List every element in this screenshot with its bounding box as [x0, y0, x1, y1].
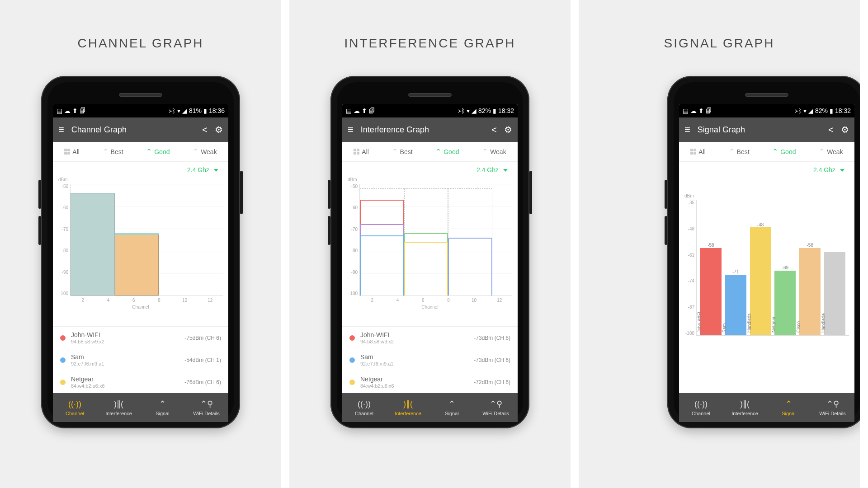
filter-all[interactable]: All [64, 148, 80, 155]
channel-icon: ((·)) [68, 399, 81, 409]
share-icon[interactable]: < [491, 125, 497, 135]
filter-weak[interactable]: ⌃Weak [819, 148, 843, 155]
list-item[interactable]: Netgear84:w4:b2:u6:x6 -72dBm (CH 6) [342, 371, 518, 393]
appbar-title: Interference Graph [361, 125, 484, 135]
nav-interference[interactable]: )‖(Interference [97, 393, 141, 422]
wifi-details-icon: ⌃⚲ [826, 399, 839, 409]
signal-icon: ⌃ [785, 399, 792, 409]
phone-speaker [745, 93, 788, 97]
nav-signal[interactable]: ⌃Signal [767, 393, 811, 422]
color-dot [60, 335, 66, 341]
bottom-nav: ((·))Channel )‖(Interference ⌃Signal ⌃⚲W… [53, 393, 228, 422]
wifi-icon: ▾ [803, 107, 807, 114]
list-item[interactable]: John-WIFI94:b8:s8:w9:x2 -73dBm (CH 6) [342, 327, 518, 349]
phone-speaker [119, 93, 162, 97]
nav-wifidetails[interactable]: ⌃⚲WiFi Details [184, 393, 228, 422]
filter-good[interactable]: ⌃Good [772, 148, 796, 155]
x-axis-ticks: 24681012 [348, 298, 512, 303]
filter-good[interactable]: ⌃Good [435, 148, 459, 155]
list-item[interactable]: Sam92:e7:f6:m9:a1 -73dBm (CH 6) [342, 349, 518, 371]
nav-interference[interactable]: )‖(Interference [723, 393, 767, 422]
y-axis-title: dBm [684, 193, 849, 198]
band-selector[interactable]: 2.4 Ghz [53, 162, 228, 175]
network-list: John-WIFI94:b8:s8:w9:x2 -73dBm (CH 6) Sa… [342, 326, 518, 393]
signal-icon: ⌃ [448, 399, 455, 409]
bluetooth-icon: ᚛ᛒ [795, 107, 802, 114]
wifi-details-icon: ⌃⚲ [200, 399, 213, 409]
nav-wifidetails[interactable]: ⌃⚲WiFi Details [811, 393, 854, 422]
bar-value-label: -58 [807, 243, 813, 248]
phone-power-button [529, 171, 532, 214]
nav-interference[interactable]: )‖(Interference [386, 393, 430, 422]
signal-bar: -58 Cisco [799, 200, 821, 335]
bar-category-label: Sam [722, 323, 727, 333]
settings-icon[interactable]: ⚙ [504, 124, 512, 135]
android-statusbar: ▤ ☁ ⬆ 🗐 ᚛ᛒ ▾ ◢ 82% ▮ 18:32 [342, 104, 518, 117]
filter-all[interactable]: All [354, 148, 369, 155]
panel-title: CHANNEL GRAPH [77, 36, 203, 51]
app-bar: ≡ Channel Graph < ⚙ [53, 117, 228, 142]
battery-icon: ▮ [203, 107, 207, 114]
plot-area [70, 184, 223, 296]
band-selector[interactable]: 2.4 Ghz [342, 162, 518, 175]
settings-icon[interactable]: ⚙ [215, 124, 223, 135]
list-item[interactable]: John-WIFI94:b8:s8:w9:x2 -75dBm (CH 6) [53, 327, 228, 349]
filter-best[interactable]: ⌃Best [103, 148, 123, 155]
android-statusbar: ▤ ☁ ⬆ 🗐 ᚛ᛒ ▾ ◢ 82% ▮ 18:32 [679, 104, 854, 117]
menu-icon[interactable]: ≡ [58, 124, 64, 136]
filter-weak[interactable]: ⌃Weak [482, 148, 506, 155]
nav-channel[interactable]: ((·))Channel [679, 393, 723, 422]
phone-vol-up [38, 180, 41, 209]
color-dot [60, 380, 66, 385]
filter-weak[interactable]: ⌃Weak [193, 148, 217, 155]
filter-best[interactable]: ⌃Best [392, 148, 413, 155]
panel-title: INTERFERENCE GRAPH [344, 36, 515, 51]
clock: 18:32 [498, 107, 514, 114]
y-axis-title: dBm [348, 177, 512, 182]
menu-icon[interactable]: ≡ [348, 124, 354, 136]
nav-wifidetails[interactable]: ⌃⚲WiFi Details [474, 393, 518, 422]
panel-channel: CHANNEL GRAPH ▤ ☁ ⬆ 🗐 ᚛ᛒ ▾ ◢ 81% ▮ [0, 0, 289, 488]
phone-vol-up [665, 180, 667, 209]
phone-vol-down [665, 216, 667, 245]
chart-bar-overlay [115, 233, 159, 296]
color-dot [60, 357, 66, 363]
cell-icon: ◢ [808, 107, 813, 114]
y-axis-ticks: -50-60-70-80-90-100 [348, 184, 359, 296]
filter-all[interactable]: All [690, 148, 706, 155]
panel-title: SIGNAL GRAPH [664, 36, 774, 51]
cell-icon: ◢ [472, 107, 476, 114]
chart-bar [71, 193, 115, 296]
signal-value: -73dBm (CH 6) [474, 335, 510, 341]
y-axis-ticks: -50 -60 -70 -80 -90 -100 [58, 184, 70, 296]
share-icon[interactable]: < [828, 125, 834, 135]
phone-speaker [408, 93, 452, 97]
bottom-nav: ((·))Channel )‖(Interference ⌃Signal ⌃⚲W… [679, 393, 854, 422]
filter-good[interactable]: ⌃Good [146, 148, 170, 155]
list-item[interactable]: Sam92:e7:f6:m9:a1 -54dBm (CH 1) [53, 349, 228, 371]
appbar-title: Signal Graph [698, 125, 821, 135]
battery-pct: 82% [478, 107, 491, 114]
plot-area: -58 John-WIFI -71 Sam -48 [696, 200, 849, 336]
android-statusbar: ▤ ☁ ⬆ 🗐 ᚛ᛒ ▾ ◢ 81% ▮ 18:36 [53, 104, 228, 117]
nav-channel[interactable]: ((·))Channel [342, 393, 386, 422]
nav-signal[interactable]: ⌃Signal [430, 393, 474, 422]
list-item[interactable]: Netgear84:w4:b2:u6:x6 -76dBm (CH 6) [53, 371, 228, 393]
nav-channel[interactable]: ((·))Channel [53, 393, 97, 422]
settings-icon[interactable]: ⚙ [841, 124, 849, 135]
signal-bar: -58 John-WIFI [700, 200, 722, 335]
y-axis-ticks: -35-48-61-74-87-100 [684, 200, 696, 336]
nav-signal[interactable]: ⌃Signal [141, 393, 184, 422]
menu-icon[interactable]: ≡ [684, 124, 690, 136]
filter-best[interactable]: ⌃Best [729, 148, 750, 155]
bar-category-label: Handleds [747, 314, 752, 333]
interference-icon: )‖( [403, 399, 413, 409]
bar-value-label: -58 [708, 243, 714, 248]
battery-icon: ▮ [493, 107, 496, 114]
band-selector[interactable]: 2.4 Ghz [679, 162, 854, 175]
dropdown-icon [214, 169, 218, 172]
signal-value: -72dBm (CH 6) [474, 379, 510, 385]
battery-pct: 81% [189, 107, 202, 114]
phone-vol-up [328, 180, 330, 209]
share-icon[interactable]: < [202, 125, 208, 135]
